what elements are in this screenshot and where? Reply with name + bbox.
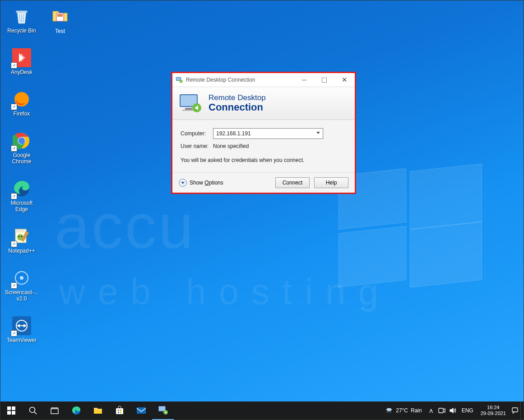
windows-logo-wallpaper <box>339 172 483 289</box>
svg-rect-33 <box>118 410 119 411</box>
help-button[interactable]: Help <box>314 177 348 188</box>
svg-rect-17 <box>176 78 181 80</box>
desktop-icon-notepadpp[interactable]: ↗ Notepad++ <box>5 227 38 254</box>
svg-rect-31 <box>94 410 102 414</box>
rdc-banner-icon <box>178 92 202 114</box>
minimize-button[interactable] <box>294 73 314 87</box>
svg-point-9 <box>21 236 23 237</box>
tray-volume-icon[interactable] <box>447 407 458 414</box>
tray-overflow-button[interactable]: ʌ <box>426 407 436 414</box>
svg-rect-27 <box>12 411 15 415</box>
svg-rect-35 <box>118 412 119 413</box>
svg-rect-43 <box>512 408 518 412</box>
shortcut-arrow-icon: ↗ <box>11 145 17 152</box>
tray-time: 16:24 <box>481 405 506 411</box>
computer-value: 192.168.1.191 <box>216 130 251 137</box>
svg-rect-37 <box>137 407 146 414</box>
shortcut-arrow-icon: ↗ <box>11 282 17 289</box>
notepadpp-icon: ↗ <box>12 227 31 246</box>
folder-icon <box>51 7 69 26</box>
show-desktop-button[interactable] <box>520 402 524 420</box>
shortcut-arrow-icon: ↗ <box>11 241 17 247</box>
window-titlebar[interactable]: Remote Desktop Connection ✕ <box>172 73 355 87</box>
svg-rect-25 <box>12 406 15 410</box>
edge-icon: ↗ <box>12 179 31 198</box>
taskbar: 27°C Rain ʌ ENG 16:24 29-09-2021 <box>0 402 524 420</box>
desktop-icon-label: AnyDesk <box>11 69 32 75</box>
tray-language[interactable]: ENG <box>458 407 477 414</box>
computer-label: Computer: <box>181 130 213 137</box>
rdc-banner: Remote Desktop Connection <box>172 87 355 120</box>
svg-rect-26 <box>7 411 11 415</box>
svg-rect-39 <box>159 406 165 411</box>
computer-combobox[interactable]: 192.168.1.191 <box>213 128 323 139</box>
desktop-icon-label: TeamViewer <box>7 337 37 343</box>
svg-rect-15 <box>57 14 63 17</box>
connect-button[interactable]: Connect <box>275 177 310 188</box>
desktop-icon-label: Microsoft Edge <box>11 200 33 212</box>
tray-clock[interactable]: 16:24 29-09-2021 <box>477 405 510 416</box>
desktop-icon-label: Screencast-... v2.0 <box>5 289 38 302</box>
taskbar-app-mail[interactable] <box>130 402 152 420</box>
start-button[interactable] <box>0 402 22 420</box>
svg-point-8 <box>19 236 20 237</box>
taskbar-app-microsoft-store[interactable] <box>109 402 130 420</box>
search-button[interactable] <box>22 402 44 420</box>
banner-line2: Connection <box>209 102 266 113</box>
desktop-icon-test-folder[interactable]: Test <box>43 7 77 34</box>
svg-point-28 <box>30 407 35 413</box>
svg-point-41 <box>386 408 392 411</box>
username-value: None specified <box>213 143 249 149</box>
teamviewer-icon: ↗ <box>12 316 31 335</box>
svg-rect-34 <box>120 410 121 411</box>
desktop-icon-label: Test <box>55 28 65 34</box>
maximize-button[interactable] <box>314 73 334 87</box>
taskbar-app-rdc[interactable] <box>152 401 174 420</box>
chevron-down-icon <box>179 179 187 187</box>
desktop-icon-google-chrome[interactable]: ↗ Google Chrome <box>5 131 38 165</box>
desktop-icon-screencast[interactable]: ↗ Screencast-... v2.0 <box>5 268 38 302</box>
anydesk-icon: ↗ <box>12 48 31 67</box>
window-title: Remote Desktop Connection <box>186 77 294 83</box>
desktop-icon-anydesk[interactable]: ↗ AnyDesk <box>5 48 38 75</box>
show-options-toggle[interactable]: Show Options <box>179 179 223 187</box>
chevron-down-icon <box>316 132 320 134</box>
firefox-icon: ↗ <box>12 90 31 109</box>
desktop-icon-teamviewer[interactable]: ↗ TeamViewer <box>5 316 38 343</box>
svg-rect-21 <box>185 108 192 110</box>
show-options-label: Show Options <box>190 180 223 186</box>
shortcut-arrow-icon: ↗ <box>11 104 17 110</box>
svg-rect-6 <box>15 229 26 232</box>
screencast-icon: ↗ <box>12 268 31 287</box>
weather-temp: 27°C <box>396 407 408 414</box>
taskbar-app-edge[interactable] <box>65 402 87 420</box>
username-label: User name: <box>181 143 213 149</box>
svg-rect-42 <box>439 408 443 413</box>
shortcut-arrow-icon: ↗ <box>11 62 17 69</box>
close-button[interactable]: ✕ <box>334 73 355 87</box>
tray-action-center-icon[interactable] <box>510 407 520 414</box>
desktop-icon-firefox[interactable]: ↗ Firefox <box>5 90 38 117</box>
desktop-icon-label: Firefox <box>14 111 30 117</box>
taskbar-app-file-explorer[interactable] <box>87 402 109 420</box>
shortcut-arrow-icon: ↗ <box>11 330 17 337</box>
desktop-icon-label: Google Chrome <box>12 152 32 165</box>
remote-desktop-window: Remote Desktop Connection ✕ Remote Deskt… <box>171 72 356 194</box>
svg-rect-32 <box>116 408 123 414</box>
weather-widget[interactable]: 27°C Rain <box>381 406 426 415</box>
rdc-app-icon <box>172 76 186 83</box>
task-view-button[interactable] <box>44 402 65 420</box>
desktop-icon-label: Recycle Bin <box>7 28 36 34</box>
svg-rect-29 <box>51 409 58 414</box>
recycle-bin-icon <box>12 7 31 26</box>
desktop-icon-recycle-bin[interactable]: Recycle Bin <box>5 7 38 34</box>
tray-meet-now-icon[interactable] <box>436 407 447 414</box>
chrome-icon: ↗ <box>12 131 31 150</box>
tray-date: 29-09-2021 <box>481 411 506 416</box>
shortcut-arrow-icon: ↗ <box>11 193 17 199</box>
desktop-icon-microsoft-edge[interactable]: ↗ Microsoft Edge <box>5 179 38 212</box>
credentials-note: You will be asked for credentials when y… <box>181 157 347 163</box>
desktop-icon-label: Notepad++ <box>8 248 35 254</box>
weather-icon <box>385 406 393 415</box>
desktop[interactable]: accu web hosting Recycle Bin ↗ AnyDesk ↗… <box>0 0 524 420</box>
